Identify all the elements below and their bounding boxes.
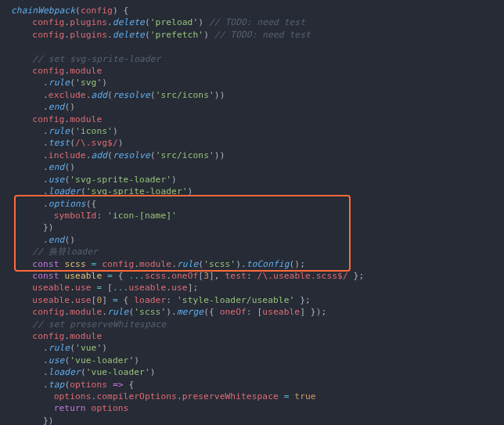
code-line: config.module.rule('scss').merge({ oneOf…: [11, 306, 504, 318]
code-line: .use('vue-loader'): [11, 355, 504, 366]
code-line: // 换替loader: [11, 246, 504, 258]
code-line: .tap(options => {: [11, 379, 504, 391]
code-line: symbolId: 'icon-[name]': [11, 210, 504, 222]
code-line: const useable = { ...scss.oneOf[3], test…: [11, 270, 504, 282]
code-line: config.module: [11, 330, 504, 342]
code-line: return options: [11, 402, 504, 414]
code-line: .rule('icons'): [11, 125, 504, 137]
code-line: // set preserveWhitespace: [11, 319, 504, 330]
code-line: .test(/\.svg$/): [11, 137, 504, 149]
code-line: .rule('vue'): [11, 342, 504, 354]
code-line: .rule('svg'): [11, 77, 504, 88]
code-line: .end(): [11, 161, 504, 173]
code-line: [11, 41, 504, 52]
code-line: config.plugins.delete('preload') // TODO…: [11, 16, 504, 28]
code-line: .exclude.add(resolve('src/icons')): [11, 89, 504, 101]
code-line: .loader('vue-loader'): [11, 366, 504, 378]
code-line: config.module: [11, 113, 504, 125]
code-line: .end(): [11, 101, 504, 113]
code-line: useable.use = [...useable.use];: [11, 282, 504, 294]
code-line: config.module: [11, 65, 504, 77]
code-line: .options({: [11, 198, 504, 210]
code-line: .use('svg-sprite-loader'): [11, 174, 504, 185]
code-line: .include.add(resolve('src/icons')): [11, 149, 504, 161]
code-editor[interactable]: chainWebpack(config) { config.plugins.de…: [0, 0, 504, 425]
code-line: useable.use[0] = { loader: 'style-loader…: [11, 294, 504, 306]
code-line: }): [11, 222, 504, 233]
code-line: .loader('svg-sprite-loader'): [11, 185, 504, 197]
code-line: .end(): [11, 234, 504, 246]
code-line: const scss = config.module.rule('scss').…: [11, 258, 504, 270]
code-line: options.compilerOptions.preserveWhitespa…: [11, 391, 504, 402]
code-line: config.plugins.delete('prefetch') // TOD…: [11, 29, 504, 41]
code-line: chainWebpack(config) {: [11, 5, 504, 16]
code-line: }): [11, 415, 504, 425]
code-line: // set svg-sprite-loader: [11, 53, 504, 65]
